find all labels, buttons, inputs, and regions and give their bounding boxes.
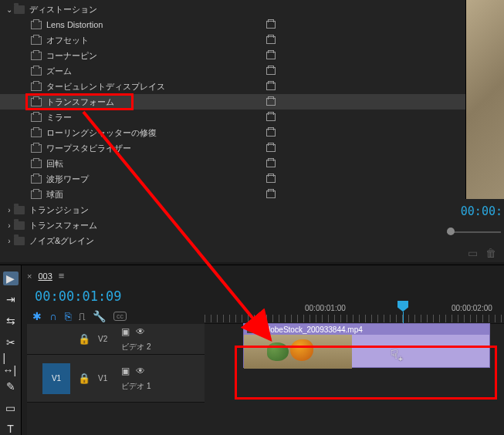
effect-label: Lens Distortion <box>46 20 103 29</box>
toggle-output-icon[interactable]: ▣ <box>121 366 130 376</box>
effect-label: ズーム <box>46 66 72 77</box>
preset-icon <box>31 129 42 137</box>
timeline-panel: ▶ ⇥ ⇆ ✂ |↔| ✎ ▭ T × 003 ≡ 00:00:01:09 ✱ … <box>0 265 504 435</box>
marker-icon[interactable]: ⎍ <box>79 310 85 322</box>
effect-label: ローリングシャッターの修復 <box>46 127 157 139</box>
effect-rolling-shutter[interactable]: ローリングシャッターの修復 <box>0 125 504 140</box>
effect-label: ミラー <box>46 112 72 123</box>
type-icon <box>266 67 276 75</box>
eye-icon[interactable]: 👁 <box>136 326 145 337</box>
time-ruler[interactable]: 00:00:01:00 00:00:02:00 <box>205 302 504 324</box>
track-label: ビデオ 1 <box>121 381 151 392</box>
video-clip[interactable]: fx AdobeStock_200933844.mp4 ☟+ <box>243 323 490 368</box>
track-select-tool[interactable]: ⇥ <box>3 293 19 307</box>
type-icon <box>266 191 276 198</box>
track-v1-lane[interactable]: fx AdobeStock_200933844.mp4 ☟+ <box>205 323 504 371</box>
folder-label: トランスフォーム <box>29 220 97 231</box>
effect-sphere[interactable]: 球面 <box>0 187 504 202</box>
track-label: ビデオ 2 <box>121 342 151 352</box>
lock-icon[interactable]: 🔒 <box>78 373 90 384</box>
folder-distortion[interactable]: ⌄ ディストーション <box>0 2 504 17</box>
eye-icon[interactable]: 👁 <box>136 366 145 376</box>
pen-tool[interactable]: ✎ <box>3 379 19 393</box>
folder-transform[interactable]: › トランスフォーム <box>0 218 504 233</box>
effect-warp-stabilizer[interactable]: ワープスタビライザー <box>0 140 504 156</box>
effect-mirror[interactable]: ミラー <box>0 110 504 125</box>
slip-tool[interactable]: |↔| <box>3 356 19 372</box>
ruler-tick-label: 00:00:01:00 <box>305 304 346 312</box>
folder-transition[interactable]: › トランジション <box>0 202 504 218</box>
linked-selection-icon[interactable]: ⎘ <box>65 310 71 322</box>
snap-icon[interactable]: ✱ <box>32 310 42 322</box>
folder-label: ディストーション <box>29 4 97 15</box>
type-tool[interactable]: T <box>3 422 19 435</box>
tool-column: ▶ ⇥ ⇆ ✂ |↔| ✎ ▭ T <box>0 265 22 435</box>
type-icon <box>266 98 276 106</box>
hand-tool[interactable]: ▭ <box>3 401 19 415</box>
effect-wave-warp[interactable]: 波形ワープ <box>0 171 504 187</box>
sequence-tab[interactable]: × 003 ≡ <box>27 270 64 282</box>
chevron-right-icon: › <box>5 206 14 214</box>
type-icon <box>266 36 276 44</box>
program-monitor-crop <box>465 0 504 199</box>
chevron-down-icon: ⌄ <box>5 5 14 14</box>
preset-icon <box>31 52 42 60</box>
lock-icon[interactable]: 🔒 <box>78 333 90 345</box>
preview-scrubber[interactable] <box>447 228 501 239</box>
scrubber-handle-icon[interactable] <box>447 228 455 235</box>
close-icon[interactable]: × <box>27 271 32 281</box>
effect-label: 波形ワープ <box>46 174 89 185</box>
type-icon <box>266 21 276 29</box>
effect-zoom[interactable]: ズーム <box>0 63 504 79</box>
effect-turbulent-displace[interactable]: タービュレントディスプレイス <box>0 79 504 94</box>
preset-icon <box>31 160 42 168</box>
fx-badge-icon[interactable]: fx <box>247 325 258 333</box>
preset-icon <box>31 191 42 199</box>
track-id: V2 <box>98 335 107 343</box>
preset-icon <box>31 21 42 29</box>
timeline-toolbar: ✱ ∩ ⎘ ⎍ 🔧 cc <box>32 310 127 322</box>
program-timecode: 00:00: <box>461 204 502 218</box>
panel-footer: ▭ 🗑 <box>468 247 496 259</box>
magnet-icon[interactable]: ∩ <box>49 310 57 322</box>
captions-icon[interactable]: cc <box>113 312 127 321</box>
ripple-edit-tool[interactable]: ⇆ <box>3 314 19 328</box>
preset-icon <box>31 67 42 76</box>
effect-label: コーナーピン <box>46 50 97 62</box>
effect-corner-pin[interactable]: コーナーピン <box>0 48 504 63</box>
preset-icon <box>31 36 42 45</box>
effect-label: 回転 <box>46 158 63 170</box>
settings-icon[interactable]: 🔧 <box>93 310 106 322</box>
folder-noise-grain[interactable]: › ノイズ&グレイン <box>0 233 504 248</box>
folder-icon <box>14 221 25 230</box>
effect-transform[interactable]: トランスフォーム <box>0 94 504 110</box>
clip-thumbnail <box>244 335 352 369</box>
track-source-patch[interactable]: V1 <box>42 363 70 394</box>
effect-lens-distortion[interactable]: Lens Distortion <box>0 17 504 32</box>
effect-offset[interactable]: オフセット <box>0 32 504 48</box>
panel-menu-icon[interactable]: ≡ <box>59 270 65 282</box>
effect-label: トランスフォーム <box>46 96 114 108</box>
clip-name: AdobeStock_200933844.mp4 <box>261 325 363 334</box>
selection-tool[interactable]: ▶ <box>3 271 19 285</box>
toggle-output-icon[interactable]: ▣ <box>121 326 130 337</box>
ruler-tick-label: 00:00:02:00 <box>452 304 492 312</box>
effects-tree: ⌄ ディストーション Lens Distortion オフセット コーナーピン <box>0 0 504 248</box>
folder-label: トランジション <box>29 204 89 216</box>
effect-label: タービュレントディスプレイス <box>46 81 165 93</box>
type-icon <box>266 175 276 183</box>
type-icon <box>266 83 276 90</box>
folder-icon <box>14 5 25 14</box>
preset-icon <box>31 144 42 153</box>
razor-tool[interactable]: ✂ <box>3 336 19 349</box>
timeline-timecode[interactable]: 00:00:01:09 <box>35 288 122 304</box>
effect-rotation[interactable]: 回転 <box>0 156 504 171</box>
new-bin-icon[interactable]: ▭ <box>468 247 478 259</box>
preset-icon <box>31 175 42 184</box>
effect-label: 球面 <box>46 189 63 201</box>
track-v2-header[interactable]: 🔒 V2 ▣ 👁 ビデオ 2 <box>27 324 205 355</box>
effect-label: オフセット <box>46 35 89 46</box>
trash-icon[interactable]: 🗑 <box>485 247 496 259</box>
track-v1-header[interactable]: V1 🔒 V1 ▣ 👁 ビデオ 1 <box>27 355 205 403</box>
type-icon <box>266 52 276 59</box>
